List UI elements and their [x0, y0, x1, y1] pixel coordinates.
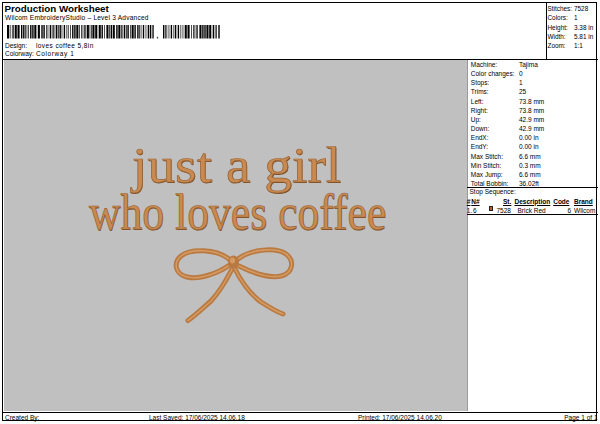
svg-text:,: ,: [156, 29, 159, 39]
